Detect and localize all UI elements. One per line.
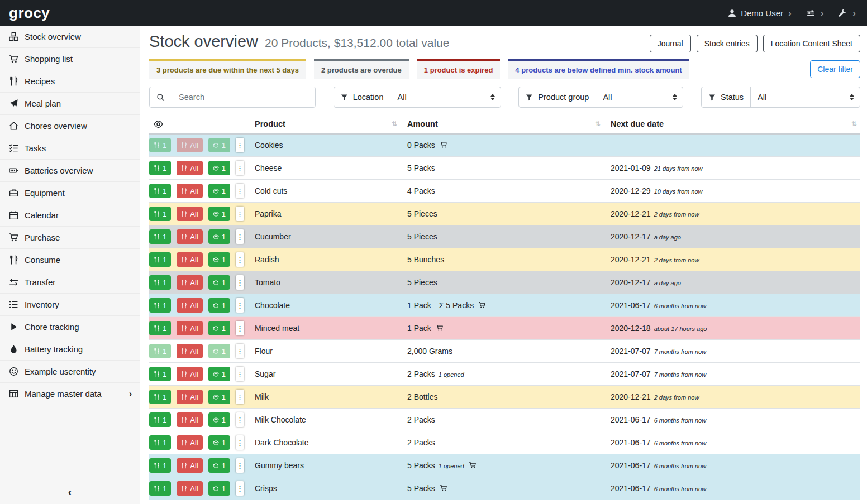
user-menu[interactable]: Demo User › <box>727 8 792 18</box>
open-one-button[interactable]: 1 <box>208 161 230 175</box>
product-name[interactable]: Milk <box>255 392 269 401</box>
stock-entries-button[interactable]: Stock entries <box>697 35 758 52</box>
consume-one-button[interactable]: 1 <box>149 344 171 358</box>
sidebar-item-inventory[interactable]: Inventory <box>0 294 140 316</box>
product-name[interactable]: Radish <box>255 255 279 264</box>
open-one-button[interactable]: 1 <box>208 184 230 198</box>
row-menu-button[interactable]: ⋮ <box>236 184 244 198</box>
consume-all-button[interactable]: All <box>177 390 202 404</box>
sidebar-item-chores-overview[interactable]: Chores overview <box>0 115 140 137</box>
location-content-sheet-button[interactable]: Location Content Sheet <box>763 35 860 52</box>
consume-one-button[interactable]: 1 <box>149 390 171 404</box>
consume-all-button[interactable]: All <box>177 367 202 381</box>
sidebar-item-chore-tracking[interactable]: Chore tracking <box>0 316 140 338</box>
consume-all-button[interactable]: All <box>177 321 202 335</box>
sidebar-item-equipment[interactable]: Equipment <box>0 182 140 204</box>
row-menu-button[interactable]: ⋮ <box>236 367 244 381</box>
sidebar-item-consume[interactable]: Consume <box>0 249 140 271</box>
consume-one-button[interactable]: 1 <box>149 161 171 175</box>
consume-one-button[interactable]: 1 <box>149 138 171 152</box>
open-one-button[interactable]: 1 <box>208 229 230 244</box>
row-menu-button[interactable]: ⋮ <box>236 138 244 152</box>
sidebar-item-meal-plan[interactable]: Meal plan <box>0 93 140 115</box>
consume-one-button[interactable]: 1 <box>149 252 171 267</box>
consume-all-button[interactable]: All <box>177 275 202 290</box>
sidebar-item-example-userentity[interactable]: Example userentity <box>0 361 140 383</box>
consume-one-button[interactable]: 1 <box>149 412 171 427</box>
status-banner[interactable]: 3 products are due within the next 5 day… <box>149 59 306 79</box>
consume-all-button[interactable]: All <box>177 184 202 198</box>
sort-icon[interactable]: ⇅ <box>595 120 601 128</box>
search-input[interactable] <box>172 87 315 107</box>
open-one-button[interactable]: 1 <box>208 252 230 267</box>
product-name[interactable]: Gummy bears <box>255 461 304 470</box>
consume-one-button[interactable]: 1 <box>149 184 171 198</box>
open-one-button[interactable]: 1 <box>208 390 230 404</box>
sidebar-item-calendar[interactable]: Calendar <box>0 204 140 227</box>
location-select[interactable]: All <box>390 87 500 107</box>
sidebar-item-battery-tracking[interactable]: Battery tracking <box>0 338 140 361</box>
open-one-button[interactable]: 1 <box>208 138 230 152</box>
open-one-button[interactable]: 1 <box>208 481 230 496</box>
product-name[interactable]: Cheese <box>255 164 282 172</box>
open-one-button[interactable]: 1 <box>208 344 230 358</box>
open-one-button[interactable]: 1 <box>208 458 230 473</box>
consume-one-button[interactable]: 1 <box>149 367 171 381</box>
consume-one-button[interactable]: 1 <box>149 275 171 290</box>
row-menu-button[interactable]: ⋮ <box>236 229 244 244</box>
sidebar-item-stock-overview[interactable]: Stock overview <box>0 26 140 48</box>
consume-all-button[interactable]: All <box>177 138 202 152</box>
consume-all-button[interactable]: All <box>177 412 202 427</box>
product-name[interactable]: Tomato <box>255 278 280 287</box>
sidebar-item-shopping-list[interactable]: Shopping list <box>0 48 140 70</box>
status-banner[interactable]: 2 products are overdue <box>314 59 409 79</box>
product-name[interactable]: Chocolate <box>255 301 290 310</box>
consume-one-button[interactable]: 1 <box>149 207 171 221</box>
product-name[interactable]: Milk Chocolate <box>255 415 306 424</box>
status-select[interactable]: All <box>751 87 860 107</box>
open-one-button[interactable]: 1 <box>208 321 230 335</box>
consume-one-button[interactable]: 1 <box>149 435 171 450</box>
row-menu-button[interactable]: ⋮ <box>236 207 244 221</box>
row-menu-button[interactable]: ⋮ <box>236 344 244 358</box>
status-banner[interactable]: 4 products are below defined min. stock … <box>508 59 689 79</box>
clear-filter-button[interactable]: Clear filter <box>810 60 860 78</box>
sidebar-item-tasks[interactable]: Tasks <box>0 137 140 160</box>
product-name[interactable]: Cold cuts <box>255 186 287 195</box>
consume-all-button[interactable]: All <box>177 481 202 496</box>
consume-all-button[interactable]: All <box>177 298 202 313</box>
settings-menu[interactable]: › <box>806 8 824 18</box>
consume-one-button[interactable]: 1 <box>149 321 171 335</box>
journal-button[interactable]: Journal <box>650 35 691 52</box>
sort-icon[interactable]: ⇅ <box>851 120 857 128</box>
row-menu-button[interactable]: ⋮ <box>236 298 244 313</box>
open-one-button[interactable]: 1 <box>208 435 230 450</box>
sidebar-item-manage-master-data[interactable]: Manage master data › <box>0 383 140 405</box>
product-name[interactable]: Minced meat <box>255 324 299 333</box>
sidebar-collapse-button[interactable]: ‹ <box>0 479 140 504</box>
sidebar-item-batteries-overview[interactable]: Batteries overview <box>0 160 140 182</box>
product-group-select[interactable]: All <box>596 87 683 107</box>
consume-one-button[interactable]: 1 <box>149 229 171 244</box>
consume-all-button[interactable]: All <box>177 229 202 244</box>
admin-menu[interactable]: › <box>838 8 856 18</box>
eye-icon[interactable] <box>154 119 163 129</box>
open-one-button[interactable]: 1 <box>208 275 230 290</box>
consume-one-button[interactable]: 1 <box>149 481 171 496</box>
product-name[interactable]: Dark Chocolate <box>255 438 309 447</box>
row-menu-button[interactable]: ⋮ <box>236 252 244 267</box>
open-one-button[interactable]: 1 <box>208 298 230 313</box>
open-one-button[interactable]: 1 <box>208 207 230 221</box>
sidebar-item-recipes[interactable]: Recipes <box>0 70 140 93</box>
product-name[interactable]: Cookies <box>255 141 283 150</box>
consume-one-button[interactable]: 1 <box>149 458 171 473</box>
open-one-button[interactable]: 1 <box>208 367 230 381</box>
product-name[interactable]: Flour <box>255 347 273 356</box>
consume-all-button[interactable]: All <box>177 252 202 267</box>
open-one-button[interactable]: 1 <box>208 412 230 427</box>
row-menu-button[interactable]: ⋮ <box>236 161 244 175</box>
row-menu-button[interactable]: ⋮ <box>236 458 244 473</box>
product-name[interactable]: Sugar <box>255 369 275 378</box>
consume-all-button[interactable]: All <box>177 207 202 221</box>
row-menu-button[interactable]: ⋮ <box>236 321 244 335</box>
